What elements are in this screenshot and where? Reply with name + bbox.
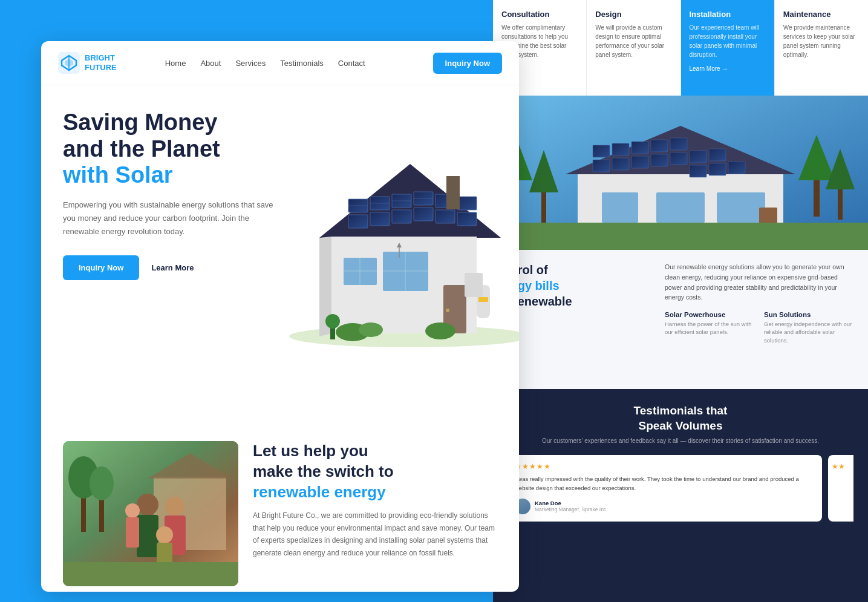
testimonials-section: Testimonials that Speak Volumes Our cust…: [493, 389, 868, 602]
feature-title-1: Solar Powerhouse: [665, 311, 754, 318]
service-desc-maintenance: We provide maintenance services to keep …: [783, 23, 860, 59]
control-description: Our renewable energy solutions allow you…: [665, 262, 853, 303]
service-card-maintenance[interactable]: Maintenance We provide maintenance servi…: [775, 0, 868, 96]
svg-point-86: [125, 503, 140, 518]
testimonials-subtitle: Our customers' experiences and feedback …: [507, 436, 853, 445]
control-section: ...rol of ...gy bills ...enewable Our re…: [493, 250, 868, 389]
service-title-installation: Installation: [690, 10, 766, 19]
svg-rect-45: [370, 212, 390, 226]
svg-rect-3: [541, 192, 546, 223]
control-left: ...rol of ...gy bills ...enewable: [507, 262, 653, 377]
stars-1: ★★★★★: [515, 462, 815, 471]
svg-point-66: [359, 322, 383, 337]
service-card-installation[interactable]: Installation Our experienced team will p…: [681, 0, 775, 96]
svg-rect-12: [593, 160, 610, 172]
svg-rect-24: [717, 192, 765, 223]
testimonial-text-1: I was really impressed with the quality …: [515, 475, 815, 492]
svg-rect-26: [814, 180, 820, 217]
inquiry-now-button-hero[interactable]: Inquiry Now: [63, 255, 139, 280]
svg-rect-30: [493, 223, 868, 250]
svg-rect-11: [670, 138, 687, 150]
svg-rect-14: [631, 156, 648, 168]
hero-subtitle: Empowering you with sustainable energy s…: [63, 198, 281, 238]
right-panel: Consultation We offer complimentary cons…: [493, 0, 868, 602]
svg-rect-48: [436, 210, 455, 223]
feature-title-2: Sun Solutions: [764, 311, 853, 318]
nav-about[interactable]: About: [200, 59, 221, 68]
switch-description: At Bright Future Co., we are committed t…: [253, 509, 497, 559]
service-title-consultation: Consultation: [501, 10, 578, 19]
svg-rect-15: [651, 154, 668, 166]
main-card: BRIGHT FUTURE Home About Services Testim…: [41, 41, 519, 592]
services-row: Consultation We offer complimentary cons…: [493, 0, 868, 96]
svg-rect-21: [728, 162, 745, 174]
svg-rect-44: [348, 215, 368, 228]
control-title: ...rol of ...gy bills ...enewable: [507, 262, 653, 309]
logo-text: BRIGHT FUTURE: [85, 53, 117, 72]
switch-content: Let us help you make the switch to renew…: [253, 441, 497, 559]
learn-more-button-hero[interactable]: Learn More: [151, 263, 194, 272]
svg-rect-8: [612, 143, 629, 155]
svg-rect-70: [465, 273, 483, 297]
svg-rect-49: [457, 212, 477, 226]
svg-point-72: [325, 314, 340, 329]
svg-point-81: [90, 466, 114, 500]
nav-testimonials[interactable]: Testimonials: [280, 59, 324, 68]
house-illustration: [265, 97, 519, 352]
svg-rect-28: [838, 189, 843, 220]
bottom-section: Let us help you make the switch to renew…: [41, 424, 519, 592]
navbar: BRIGHT FUTURE Home About Services Testim…: [41, 41, 519, 85]
svg-rect-7: [593, 145, 610, 157]
feature-desc-2: Get energy independence with our reliabl…: [764, 320, 853, 344]
logo: BRIGHT FUTURE: [58, 52, 117, 74]
svg-rect-90: [63, 562, 238, 586]
svg-rect-17: [690, 151, 706, 163]
solar-house-photo: [493, 96, 868, 250]
svg-rect-18: [709, 149, 726, 161]
svg-rect-20: [709, 163, 726, 175]
svg-point-82: [137, 494, 158, 515]
testimonial-card-partial: ★★: [828, 455, 853, 522]
nav-contact[interactable]: Contact: [338, 59, 365, 68]
logo-icon: [58, 52, 80, 74]
svg-rect-64: [446, 176, 460, 209]
reviewer-role-1: Marketing Manager, Sprake Inc.: [535, 506, 607, 512]
svg-rect-19: [690, 165, 706, 177]
feature-sun-solutions: Sun Solutions Get energy independence wi…: [764, 311, 853, 344]
nav-services[interactable]: Services: [235, 59, 266, 68]
svg-point-88: [156, 526, 173, 543]
testimonials-cards: ★★★★★ I was really impressed with the qu…: [507, 455, 853, 522]
switch-title: Let us help you make the switch to renew…: [253, 441, 497, 502]
inquiry-now-button-nav[interactable]: Inquiry Now: [433, 53, 502, 74]
svg-rect-22: [602, 192, 638, 223]
svg-rect-83: [137, 515, 158, 557]
service-title-maintenance: Maintenance: [783, 10, 860, 19]
reviewer-1: Kane Doe Marketing Manager, Sprake Inc.: [515, 499, 815, 514]
svg-point-67: [425, 322, 455, 339]
family-photo: [63, 441, 238, 586]
learn-more-link[interactable]: Learn More →: [690, 65, 728, 72]
svg-rect-47: [414, 208, 433, 221]
svg-rect-69: [478, 297, 488, 302]
svg-point-84: [165, 497, 184, 516]
nav-home[interactable]: Home: [165, 59, 186, 68]
service-desc-installation: Our experienced team will professionally…: [690, 23, 766, 59]
svg-point-63: [446, 309, 449, 312]
partial-stars: ★★: [832, 462, 850, 471]
service-desc-design: We will provide a custom design to ensur…: [595, 23, 671, 59]
svg-rect-10: [651, 140, 668, 152]
svg-rect-46: [392, 210, 411, 223]
svg-rect-87: [126, 517, 139, 548]
hero-section: Saving Money and the Planet with Solar E…: [41, 85, 519, 424]
testimonials-title: Testimonials that Speak Volumes: [507, 404, 853, 433]
reviewer-name-1: Kane Doe: [535, 500, 607, 506]
service-title-design: Design: [595, 10, 671, 19]
svg-rect-23: [656, 192, 705, 223]
service-card-design[interactable]: Design We will provide a custom design t…: [587, 0, 680, 96]
control-right: Our renewable energy solutions allow you…: [665, 262, 853, 377]
svg-rect-9: [631, 142, 648, 154]
svg-rect-43: [457, 197, 477, 210]
testimonial-card-1: ★★★★★ I was really impressed with the qu…: [507, 455, 822, 522]
svg-rect-13: [612, 158, 629, 170]
feature-desc-1: Harness the power of the sun with our ef…: [665, 320, 754, 336]
